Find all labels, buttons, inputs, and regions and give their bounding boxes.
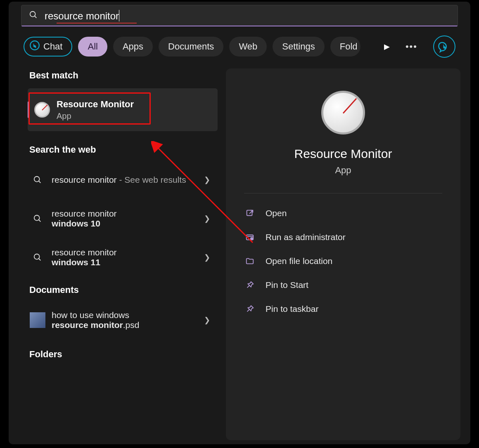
- svg-point-3: [34, 177, 40, 182]
- open-icon: [244, 209, 256, 218]
- all-tab[interactable]: All: [78, 37, 107, 57]
- web-result-query: resource monitor: [52, 248, 196, 257]
- bing-chat-button[interactable]: [433, 35, 455, 58]
- folders-heading: Folders: [29, 349, 218, 360]
- svg-point-5: [34, 215, 40, 221]
- search-icon: [28, 214, 47, 223]
- svg-line-6: [39, 220, 41, 222]
- folders-tab[interactable]: Fold: [330, 37, 360, 57]
- open-action[interactable]: Open: [244, 206, 442, 221]
- divider: [244, 193, 442, 193]
- settings-tab-label: Settings: [282, 41, 315, 52]
- folders-tab-label: Fold: [340, 41, 358, 52]
- pin-to-taskbar-label: Pin to taskbar: [266, 304, 318, 314]
- web-result-query: resource monitor: [52, 209, 196, 219]
- pin-to-start-label: Pin to Start: [266, 280, 308, 290]
- chevron-right-icon[interactable]: ❯: [200, 175, 214, 184]
- web-result-item[interactable]: resource monitor windows 10 ❯: [28, 201, 218, 236]
- pin-to-taskbar-action[interactable]: Pin to taskbar: [244, 302, 442, 316]
- search-web-heading: Search the web: [29, 144, 218, 155]
- document-thumbnail-icon: [28, 312, 47, 328]
- svg-point-0: [30, 12, 36, 17]
- overflow-menu-icon[interactable]: •••: [405, 41, 417, 52]
- more-scroll-icon[interactable]: ▶: [384, 42, 390, 51]
- best-match-heading: Best match: [29, 70, 218, 81]
- web-result-detail: windows 11: [52, 257, 196, 267]
- document-bold-part: resource monitor: [52, 320, 123, 330]
- web-result-detail: windows 10: [52, 219, 196, 229]
- chat-tab[interactable]: Chat: [24, 37, 72, 57]
- svg-rect-9: [247, 210, 252, 216]
- details-pane: Resource Monitor App Open Run as adminis…: [226, 68, 460, 440]
- pin-to-start-action[interactable]: Pin to Start: [244, 278, 442, 292]
- documents-tab-label: Documents: [168, 41, 214, 52]
- web-result-suffix: - See web results: [117, 175, 186, 184]
- svg-line-1: [35, 16, 37, 18]
- pin-icon: [244, 281, 256, 290]
- results-area: Best match Resource Monitor App Search t…: [9, 58, 470, 444]
- apps-tab-label: Apps: [123, 41, 143, 52]
- open-action-label: Open: [266, 208, 287, 218]
- svg-point-11: [250, 237, 253, 240]
- document-result-item[interactable]: how to use windows resource monitor.psd …: [28, 303, 218, 337]
- web-tab-label: Web: [239, 41, 257, 52]
- search-input[interactable]: resource monitor: [45, 10, 453, 22]
- documents-heading: Documents: [29, 285, 218, 295]
- folder-icon: [244, 257, 256, 266]
- details-title: Resource Monitor: [294, 147, 392, 161]
- results-left-column: Best match Resource Monitor App Search t…: [28, 68, 218, 440]
- apps-tab[interactable]: Apps: [113, 37, 153, 57]
- web-result-query: resource monitor: [52, 175, 117, 184]
- best-match-item[interactable]: Resource Monitor App: [28, 88, 218, 131]
- open-file-location-label: Open file location: [266, 256, 332, 266]
- settings-tab[interactable]: Settings: [273, 37, 325, 57]
- chevron-right-icon[interactable]: ❯: [200, 316, 214, 325]
- run-as-admin-action[interactable]: Run as administrator: [244, 230, 442, 245]
- web-result-item[interactable]: resource monitor windows 11 ❯: [28, 240, 218, 275]
- bing-icon: [29, 40, 40, 53]
- search-window: resource monitor Chat All Apps Documents…: [9, 2, 470, 444]
- run-as-admin-label: Run as administrator: [266, 232, 346, 242]
- open-file-location-action[interactable]: Open file location: [244, 254, 442, 269]
- details-subtitle: App: [335, 165, 351, 176]
- filter-tabs: Chat All Apps Documents Web Settings Fol…: [9, 26, 470, 58]
- chevron-right-icon[interactable]: ❯: [200, 214, 214, 223]
- search-icon: [29, 10, 38, 21]
- action-list: Open Run as administrator Open file loca…: [244, 206, 442, 316]
- chat-tab-label: Chat: [43, 41, 62, 52]
- svg-point-7: [34, 254, 40, 259]
- document-extension: .psd: [123, 320, 140, 330]
- search-bar[interactable]: resource monitor: [21, 5, 458, 26]
- web-result-item[interactable]: resource monitor - See web results ❯: [28, 163, 218, 197]
- search-icon: [28, 253, 47, 262]
- all-tab-label: All: [88, 41, 97, 52]
- tab-overflow-fade: [358, 35, 375, 55]
- svg-line-8: [39, 259, 41, 261]
- chevron-right-icon[interactable]: ❯: [200, 253, 214, 262]
- pin-icon: [244, 304, 256, 314]
- svg-line-4: [39, 181, 41, 183]
- resource-monitor-icon: [321, 91, 365, 134]
- documents-tab[interactable]: Documents: [159, 37, 223, 57]
- annotation-highlight-box: [28, 92, 151, 125]
- document-line1: how to use windows: [52, 310, 196, 320]
- spellcheck-underline: [57, 23, 137, 24]
- shield-icon: [244, 233, 256, 242]
- web-tab[interactable]: Web: [229, 37, 267, 57]
- search-icon: [28, 175, 47, 184]
